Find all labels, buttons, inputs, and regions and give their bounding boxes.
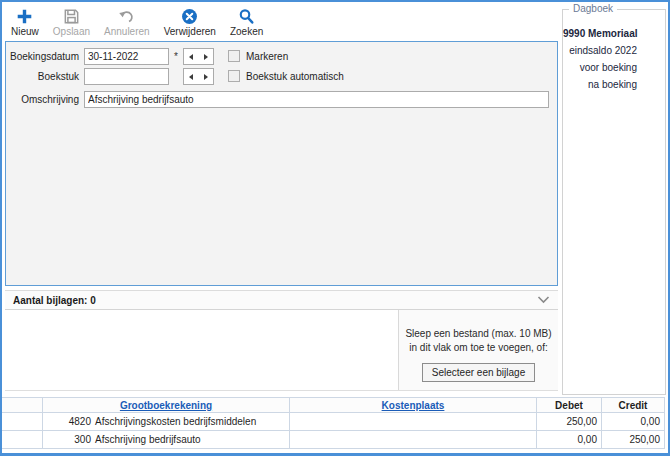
journal-entry-window: Nieuw Opslaan Annuleren <box>0 0 670 456</box>
select-attachment-button[interactable]: Selecteer een bijlage <box>422 363 535 382</box>
account-cell[interactable]: 4820 Afschrijvingskosten bedrijfsmiddele… <box>43 413 290 431</box>
markeren-label: Markeren <box>246 48 288 65</box>
delete-button-label: Verwijderen <box>164 26 216 37</box>
boekstuk-label: Boekstuk <box>6 68 79 85</box>
grid-row: 4820 Afschrijvingskosten bedrijfsmiddele… <box>2 413 665 431</box>
debet-cell[interactable]: 0,00 <box>537 431 602 449</box>
boekingsdatum-label: Boekingsdatum <box>6 48 79 65</box>
required-asterisk: * <box>172 48 180 65</box>
dagboek-panel: Dagboek 9990 Memoriaal eindsaldo 2022 vo… <box>562 9 666 395</box>
account-number: 300 <box>43 434 91 445</box>
boekstuk-next-button[interactable] <box>199 69 214 84</box>
account-cell[interactable]: 300 Afschrijving bedrijfsauto <box>43 431 290 449</box>
date-next-button[interactable] <box>199 49 214 64</box>
attachments-header-bar: Aantal bijlagen: 0 <box>5 290 558 310</box>
dagboek-legend: Dagboek <box>569 3 617 14</box>
left-arrow-icon <box>189 54 193 60</box>
kostenplaats-header: Kostenplaats <box>290 398 537 413</box>
account-name: Afschrijving bedrijfsauto <box>95 434 201 445</box>
kostenplaats-cell[interactable] <box>290 413 537 431</box>
boekstuk-automatisch-checkbox[interactable] <box>228 70 240 82</box>
undo-icon <box>118 7 135 25</box>
boekstuk-prev-button[interactable] <box>184 69 199 84</box>
plus-icon <box>16 7 33 25</box>
kostenplaats-header-link[interactable]: Kostenplaats <box>382 400 445 411</box>
chevron-down-icon[interactable] <box>537 296 550 304</box>
dagboek-account: 9990 Memoriaal <box>563 25 637 42</box>
attachments-list-area: Sleep een bestand (max. 10 MB) in dit vl… <box>5 310 558 391</box>
grootboekrekening-header: Grootboekrekening <box>43 398 290 413</box>
dagboek-line-voor-boeking: voor boeking <box>563 59 637 76</box>
markeren-checkbox[interactable] <box>228 50 240 62</box>
omschrijving-input[interactable] <box>84 91 549 108</box>
attachment-drop-zone[interactable]: Sleep een bestand (max. 10 MB) in dit vl… <box>398 310 558 390</box>
new-button[interactable]: Nieuw <box>11 7 39 37</box>
row-selector-cell[interactable] <box>2 431 43 449</box>
credit-header: Credit <box>602 398 665 413</box>
search-icon <box>238 7 255 25</box>
toolbar: Nieuw Opslaan Annuleren <box>4 3 558 44</box>
dagboek-line-na-boeking: na boeking <box>563 76 637 93</box>
account-name: Afschrijvingskosten bedrijfsmiddelen <box>95 416 256 427</box>
save-button[interactable]: Opslaan <box>53 7 90 37</box>
delete-button[interactable]: Verwijderen <box>164 7 216 37</box>
drop-instruction-line1: Sleep een bestand (max. 10 MB) <box>399 327 558 341</box>
cancel-button[interactable]: Annuleren <box>104 7 150 37</box>
boekingsdatum-spinner <box>183 48 214 65</box>
right-arrow-icon <box>204 74 208 80</box>
attachments-count-label: Aantal bijlagen: 0 <box>13 295 537 306</box>
kostenplaats-cell[interactable] <box>290 431 537 449</box>
boekingsdatum-input[interactable] <box>84 48 169 65</box>
boekstuk-input[interactable] <box>84 68 169 85</box>
debet-cell[interactable]: 250,00 <box>537 413 602 431</box>
debet-header: Debet <box>537 398 602 413</box>
left-arrow-icon <box>189 74 193 80</box>
new-button-label: Nieuw <box>11 26 39 37</box>
delete-circle-icon <box>181 7 198 25</box>
grid-header-row: Grootboekrekening Kostenplaats Debet Cre… <box>2 398 665 413</box>
grid-row: 300 Afschrijving bedrijfsauto 0,00 250,0… <box>2 431 665 449</box>
row-selector-cell[interactable] <box>2 413 43 431</box>
date-prev-button[interactable] <box>184 49 199 64</box>
credit-cell[interactable]: 0,00 <box>602 413 665 431</box>
drop-instruction-line2: in dit vlak om toe te voegen, of: <box>399 341 558 355</box>
row-header-cell <box>2 398 43 413</box>
search-button[interactable]: Zoeken <box>230 7 263 37</box>
search-button-label: Zoeken <box>230 26 263 37</box>
account-number: 4820 <box>43 416 91 427</box>
save-button-label: Opslaan <box>53 26 90 37</box>
credit-cell[interactable]: 250,00 <box>602 431 665 449</box>
grootboekrekening-header-link[interactable]: Grootboekrekening <box>120 400 212 411</box>
booking-form-panel: Boekingsdatum * Markeren Boekstuk Boekst… <box>5 41 558 286</box>
boekstuk-spinner <box>183 68 214 85</box>
boekstuk-automatisch-label: Boekstuk automatisch <box>246 68 344 85</box>
booking-grid: Grootboekrekening Kostenplaats Debet Cre… <box>2 397 665 449</box>
right-arrow-icon <box>204 54 208 60</box>
dagboek-line-eindsaldo: eindsaldo 2022 <box>563 42 637 59</box>
omschrijving-label: Omschrijving <box>6 91 79 108</box>
save-icon <box>63 7 80 25</box>
cancel-button-label: Annuleren <box>104 26 150 37</box>
